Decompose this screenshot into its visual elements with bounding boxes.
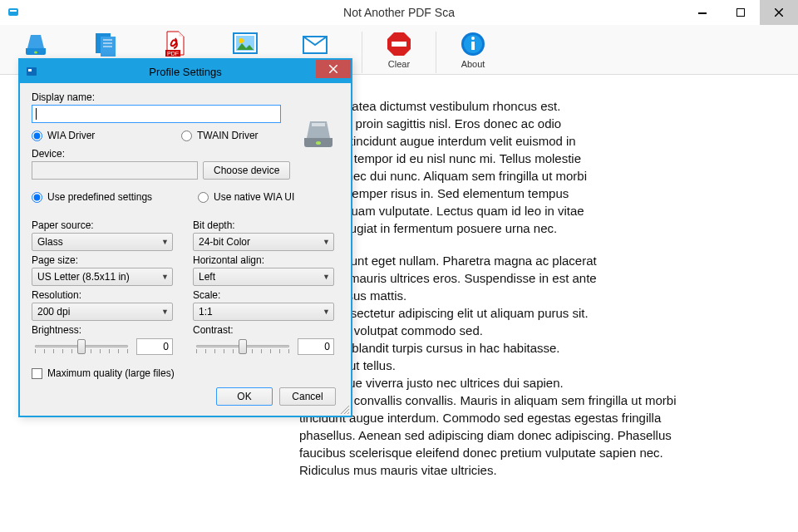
choose-device-button[interactable]: Choose device: [203, 161, 290, 180]
minimize-button[interactable]: [683, 0, 722, 25]
pdf-icon: PDF: [159, 29, 192, 59]
main-titlebar: Not Another PDF Sca: [0, 0, 798, 25]
email-icon: [298, 29, 332, 59]
close-button[interactable]: [760, 0, 798, 25]
radio-label: WIA Driver: [47, 130, 95, 141]
scanner-icon: [19, 29, 52, 59]
chevron-down-icon: ▼: [323, 273, 330, 281]
clear-button[interactable]: Clear: [376, 29, 422, 69]
brightness-value[interactable]: [136, 338, 173, 355]
wia-driver-radio[interactable]: WIA Driver: [32, 130, 181, 141]
twain-driver-radio[interactable]: TWAIN Driver: [181, 130, 259, 141]
contrast-value[interactable]: [298, 338, 334, 355]
toolbar-label: Clear: [388, 59, 410, 69]
svg-rect-25: [28, 69, 32, 71]
bit-depth-label: Bit depth:: [193, 219, 339, 231]
svg-point-6: [34, 52, 37, 54]
about-button[interactable]: About: [450, 29, 496, 69]
radio-input[interactable]: [181, 131, 192, 141]
separator: [362, 32, 362, 73]
scanner-icon: [301, 115, 336, 152]
resolution-label: Resolution:: [32, 289, 178, 301]
contrast-slider[interactable]: [193, 337, 293, 356]
dialog-icon: [25, 65, 38, 78]
dialog-titlebar[interactable]: Profile Settings: [20, 60, 351, 83]
toolbar-label: About: [461, 59, 485, 69]
radio-label: TWAIN Driver: [197, 130, 259, 141]
resize-grip[interactable]: [339, 404, 349, 414]
cancel-button[interactable]: Cancel: [279, 387, 336, 406]
max-quality-checkbox[interactable]: Maximum quality (large files): [32, 367, 339, 379]
radio-label: Use predefined settings: [47, 191, 152, 203]
bit-depth-combo[interactable]: 24-bit Color▼: [193, 233, 334, 251]
info-icon: [456, 29, 490, 59]
preview-paragraph: nisl tincidunt eget nullam. Pharetra mag…: [299, 252, 715, 479]
radio-input[interactable]: [32, 131, 42, 141]
svg-rect-0: [8, 8, 18, 16]
brightness-label: Brightness:: [32, 324, 178, 336]
radio-label: Use native WIA UI: [214, 191, 294, 203]
svg-rect-22: [471, 42, 475, 50]
separator: [436, 32, 436, 73]
device-input[interactable]: [32, 161, 198, 180]
halign-label: Horizontal align:: [193, 254, 339, 266]
chevron-down-icon: ▼: [323, 308, 330, 316]
svg-rect-3: [736, 8, 745, 17]
preview-paragraph: bitasse platea dictumst vestibulum rhonc…: [299, 97, 715, 237]
chevron-down-icon: ▼: [323, 238, 330, 246]
chevron-down-icon: ▼: [161, 308, 169, 316]
chevron-down-icon: ▼: [161, 273, 169, 281]
native-wia-radio[interactable]: Use native WIA UI: [198, 191, 294, 203]
svg-point-28: [316, 141, 321, 145]
svg-rect-1: [10, 10, 17, 12]
svg-text:PDF: PDF: [167, 51, 179, 57]
radio-input[interactable]: [198, 192, 209, 203]
ok-button[interactable]: OK: [216, 387, 273, 406]
page-size-label: Page size:: [32, 254, 178, 266]
combo-value: 1:1: [199, 306, 213, 318]
scale-combo[interactable]: 1:1▼: [193, 303, 334, 321]
page-size-combo[interactable]: US Letter (8.5x11 in)▼: [32, 268, 173, 286]
svg-point-16: [239, 38, 244, 43]
app-icon: [7, 6, 20, 19]
combo-value: 200 dpi: [37, 306, 70, 318]
svg-rect-29: [312, 123, 325, 126]
chevron-down-icon: ▼: [161, 238, 169, 246]
documents-icon: [89, 29, 122, 59]
combo-value: 24-bit Color: [199, 236, 250, 248]
svg-point-23: [471, 37, 475, 40]
combo-value: Glass: [37, 236, 63, 248]
dialog-title: Profile Settings: [149, 66, 221, 78]
resolution-combo[interactable]: 200 dpi▼: [32, 303, 173, 321]
checkbox-label: Maximum quality (large files): [47, 367, 175, 379]
brightness-slider[interactable]: [32, 337, 131, 356]
svg-line-32: [347, 412, 349, 414]
image-icon: [229, 29, 262, 59]
radio-input[interactable]: [32, 192, 42, 203]
maximize-button[interactable]: [722, 0, 760, 25]
display-name-input[interactable]: [32, 105, 281, 123]
paper-source-label: Paper source:: [32, 219, 178, 231]
svg-rect-19: [392, 42, 406, 47]
stop-icon: [382, 29, 416, 59]
contrast-label: Contrast:: [193, 324, 339, 336]
svg-rect-2: [698, 12, 707, 14]
paper-source-combo[interactable]: Glass▼: [32, 233, 173, 251]
checkbox-icon[interactable]: [32, 368, 42, 379]
window-controls: [683, 0, 798, 25]
dialog-close-button[interactable]: [316, 60, 351, 78]
combo-value: Left: [199, 271, 215, 283]
profile-settings-dialog: Profile Settings Display name: WIA Drive…: [18, 58, 352, 417]
window-title: Not Another PDF Sca: [343, 6, 455, 19]
device-label: Device:: [32, 148, 339, 160]
halign-combo[interactable]: Left▼: [193, 268, 334, 286]
combo-value: US Letter (8.5x11 in): [37, 271, 130, 283]
predefined-settings-radio[interactable]: Use predefined settings: [32, 191, 198, 203]
display-name-label: Display name:: [32, 91, 339, 103]
scale-label: Scale:: [193, 289, 339, 301]
